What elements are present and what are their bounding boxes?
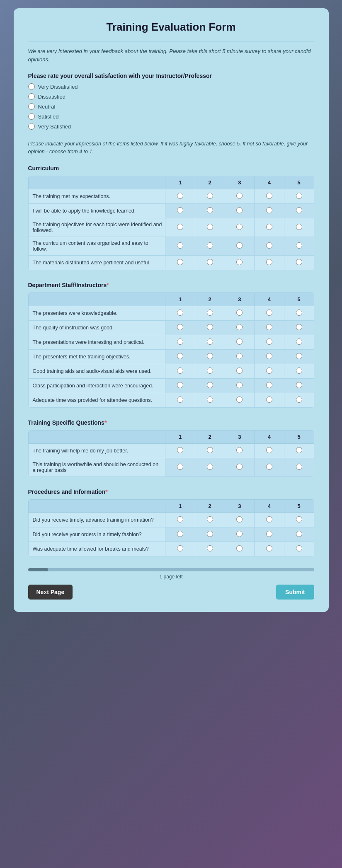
staff-radio-cell-6-4[interactable] — [255, 393, 284, 407]
staff-radio-cell-1-4[interactable] — [255, 320, 284, 335]
next-page-button[interactable]: Next Page — [28, 585, 73, 600]
radio-very-dissatisfied[interactable]: Very Dissatisfied — [28, 83, 314, 90]
staff-radio-cell-3-1[interactable] — [165, 349, 195, 364]
curriculum-radio-cell-4-1[interactable] — [165, 255, 195, 270]
staff-radio-cell-6-1[interactable] — [165, 393, 195, 407]
curriculum-radio-4-2[interactable] — [207, 259, 213, 265]
staff-radio-cell-2-4[interactable] — [255, 335, 284, 349]
curriculum-radio-cell-1-3[interactable] — [225, 203, 255, 218]
training-radio-cell-1-5[interactable] — [284, 458, 314, 476]
curriculum-radio-cell-2-3[interactable] — [225, 218, 255, 237]
training-radio-0-2[interactable] — [207, 447, 213, 453]
procedures-radio-cell-1-1[interactable] — [165, 527, 195, 542]
curriculum-radio-cell-2-2[interactable] — [195, 218, 225, 237]
curriculum-radio-2-4[interactable] — [266, 224, 272, 230]
staff-radio-cell-5-5[interactable] — [284, 378, 314, 393]
staff-radio-6-1[interactable] — [177, 397, 183, 403]
staff-radio-cell-5-4[interactable] — [255, 378, 284, 393]
staff-radio-cell-0-4[interactable] — [255, 306, 284, 320]
staff-radio-cell-1-5[interactable] — [284, 320, 314, 335]
curriculum-radio-cell-1-2[interactable] — [195, 203, 225, 218]
curriculum-radio-4-3[interactable] — [236, 259, 243, 265]
procedures-radio-1-3[interactable] — [236, 531, 243, 537]
procedures-radio-cell-0-4[interactable] — [255, 513, 284, 527]
curriculum-radio-1-1[interactable] — [177, 207, 183, 213]
procedures-radio-1-4[interactable] — [266, 531, 272, 537]
curriculum-radio-3-1[interactable] — [177, 242, 183, 249]
staff-radio-cell-1-2[interactable] — [195, 320, 225, 335]
curriculum-radio-cell-1-5[interactable] — [284, 203, 314, 218]
training-radio-0-4[interactable] — [266, 447, 272, 453]
staff-radio-6-2[interactable] — [207, 397, 213, 403]
curriculum-radio-3-5[interactable] — [296, 242, 302, 249]
training-radio-cell-1-1[interactable] — [165, 458, 195, 476]
staff-radio-1-1[interactable] — [177, 324, 183, 330]
curriculum-radio-cell-0-3[interactable] — [225, 189, 255, 203]
curriculum-radio-1-5[interactable] — [296, 207, 302, 213]
staff-radio-cell-1-1[interactable] — [165, 320, 195, 335]
procedures-radio-cell-0-5[interactable] — [284, 513, 314, 527]
curriculum-radio-1-4[interactable] — [266, 207, 272, 213]
training-radio-1-5[interactable] — [296, 464, 302, 470]
curriculum-radio-cell-3-5[interactable] — [284, 237, 314, 255]
staff-radio-cell-5-1[interactable] — [165, 378, 195, 393]
procedures-radio-2-5[interactable] — [296, 545, 302, 551]
procedures-radio-cell-2-3[interactable] — [225, 542, 255, 556]
staff-radio-1-3[interactable] — [236, 324, 243, 330]
curriculum-radio-2-5[interactable] — [296, 224, 302, 230]
staff-radio-cell-4-4[interactable] — [255, 364, 284, 378]
training-radio-0-1[interactable] — [177, 447, 183, 453]
curriculum-radio-cell-2-1[interactable] — [165, 218, 195, 237]
staff-radio-5-4[interactable] — [266, 382, 272, 388]
staff-radio-cell-4-2[interactable] — [195, 364, 225, 378]
staff-radio-5-2[interactable] — [207, 382, 213, 388]
staff-radio-0-5[interactable] — [296, 309, 302, 316]
curriculum-radio-cell-3-4[interactable] — [255, 237, 284, 255]
staff-radio-4-2[interactable] — [207, 368, 213, 374]
curriculum-radio-2-3[interactable] — [236, 224, 243, 230]
staff-radio-1-4[interactable] — [266, 324, 272, 330]
curriculum-radio-cell-0-2[interactable] — [195, 189, 225, 203]
procedures-radio-2-1[interactable] — [177, 545, 183, 551]
staff-radio-6-5[interactable] — [296, 397, 302, 403]
curriculum-radio-cell-2-5[interactable] — [284, 218, 314, 237]
procedures-radio-2-4[interactable] — [266, 545, 272, 551]
staff-radio-2-2[interactable] — [207, 338, 213, 345]
procedures-radio-cell-0-1[interactable] — [165, 513, 195, 527]
curriculum-radio-cell-1-4[interactable] — [255, 203, 284, 218]
staff-radio-4-1[interactable] — [177, 368, 183, 374]
radio-satisfied-input[interactable] — [28, 113, 35, 120]
training-radio-cell-0-2[interactable] — [195, 443, 225, 458]
radio-satisfied[interactable]: Satisfied — [28, 113, 314, 120]
staff-radio-cell-2-5[interactable] — [284, 335, 314, 349]
training-radio-cell-1-2[interactable] — [195, 458, 225, 476]
staff-radio-3-2[interactable] — [207, 353, 213, 359]
staff-radio-cell-3-2[interactable] — [195, 349, 225, 364]
staff-radio-0-1[interactable] — [177, 309, 183, 316]
curriculum-radio-2-1[interactable] — [177, 224, 183, 230]
curriculum-radio-0-1[interactable] — [177, 193, 183, 199]
curriculum-radio-cell-0-1[interactable] — [165, 189, 195, 203]
procedures-radio-1-5[interactable] — [296, 531, 302, 537]
staff-radio-0-2[interactable] — [207, 309, 213, 316]
staff-radio-cell-2-2[interactable] — [195, 335, 225, 349]
training-radio-1-1[interactable] — [177, 464, 183, 470]
procedures-radio-cell-2-5[interactable] — [284, 542, 314, 556]
curriculum-radio-cell-3-3[interactable] — [225, 237, 255, 255]
curriculum-radio-cell-4-2[interactable] — [195, 255, 225, 270]
training-radio-cell-0-1[interactable] — [165, 443, 195, 458]
staff-radio-4-3[interactable] — [236, 368, 243, 374]
training-radio-cell-0-3[interactable] — [225, 443, 255, 458]
curriculum-radio-1-3[interactable] — [236, 207, 243, 213]
training-radio-cell-0-4[interactable] — [255, 443, 284, 458]
training-radio-cell-0-5[interactable] — [284, 443, 314, 458]
radio-neutral-input[interactable] — [28, 103, 35, 110]
curriculum-radio-4-5[interactable] — [296, 259, 302, 265]
curriculum-radio-cell-4-5[interactable] — [284, 255, 314, 270]
procedures-radio-1-2[interactable] — [207, 531, 213, 537]
training-radio-1-3[interactable] — [236, 464, 243, 470]
staff-radio-cell-1-3[interactable] — [225, 320, 255, 335]
procedures-radio-cell-2-1[interactable] — [165, 542, 195, 556]
staff-radio-0-4[interactable] — [266, 309, 272, 316]
staff-radio-cell-6-5[interactable] — [284, 393, 314, 407]
